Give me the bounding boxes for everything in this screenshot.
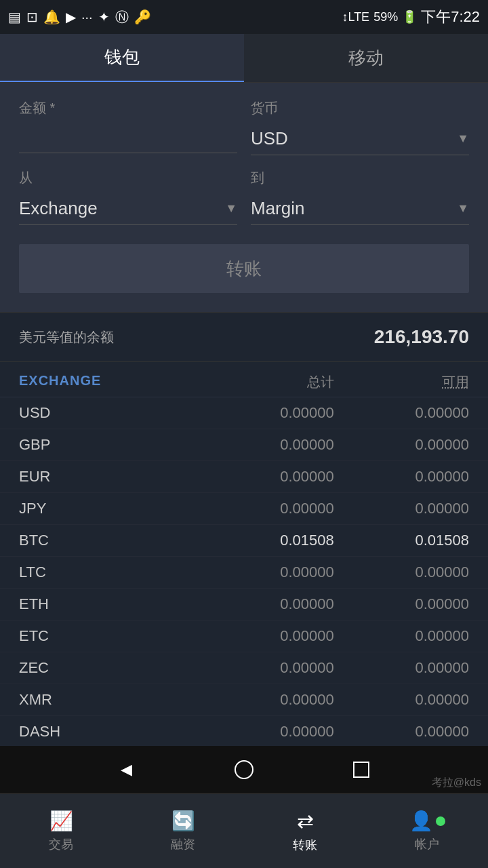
online-dot: [436, 816, 445, 826]
to-select[interactable]: Margin ▼: [251, 193, 469, 225]
status-icon-key: 🔑: [134, 9, 151, 25]
table-row: LTC0.000000.00000: [0, 557, 488, 589]
status-icon-2: ⊡: [26, 9, 38, 25]
table-row: BTC0.015080.01508: [0, 525, 488, 557]
status-right: ↕LTE 59% 🔋 下午7:22: [342, 7, 480, 27]
available-value: 0.00000: [334, 404, 469, 422]
system-nav-bar: ◀: [0, 746, 488, 793]
currency-name: ETH: [19, 595, 199, 613]
tab-move[interactable]: 移动: [244, 34, 488, 82]
total-value: 0.00000: [199, 723, 334, 741]
table-row: GBP0.000000.00000: [0, 429, 488, 461]
transfer-icon: ⇄: [297, 809, 314, 833]
currency-name: LTC: [19, 564, 199, 581]
status-icon-send: ▶: [66, 9, 76, 25]
table-row: ETC0.000000.00000: [0, 620, 488, 652]
status-left: ▤ ⊡ 🔔 ▶ ··· ✦ Ⓝ 🔑: [8, 8, 151, 26]
tab-wallet[interactable]: 钱包: [0, 34, 244, 82]
amount-input[interactable]: [19, 123, 237, 153]
currency-name: XMR: [19, 691, 199, 709]
currency-label: 货币: [251, 99, 469, 117]
available-value: 0.00000: [334, 723, 469, 741]
table-row: EUR0.000000.00000: [0, 461, 488, 493]
battery-level: 59%: [373, 10, 398, 24]
currency-value: USD: [251, 128, 457, 149]
table-row: JPY0.000000.00000: [0, 493, 488, 525]
header-available: 可用: [334, 373, 469, 391]
total-value: 0.00000: [199, 691, 334, 709]
total-value: 0.00000: [199, 564, 334, 581]
nav-trade[interactable]: 📈 交易: [0, 794, 122, 868]
time-display: 下午7:22: [421, 7, 480, 27]
currency-name: JPY: [19, 500, 199, 517]
available-value: 0.00000: [334, 564, 469, 581]
tab-bar: 钱包 移动: [0, 34, 488, 83]
from-select[interactable]: Exchange ▼: [19, 193, 237, 225]
nav-transfer-label: 转账: [293, 837, 317, 853]
available-value: 0.00000: [334, 595, 469, 613]
nav-transfer[interactable]: ⇄ 转账: [244, 794, 366, 868]
to-arrow-icon: ▼: [457, 201, 469, 216]
watermark: 考拉@kds: [432, 776, 481, 790]
nav-finance[interactable]: 🔄 融资: [122, 794, 244, 868]
currency-select[interactable]: USD ▼: [251, 123, 469, 155]
balance-section: 美元等值的余额 216,193.70: [0, 312, 488, 362]
amount-currency-row: 金额 * 货币 USD ▼: [19, 99, 469, 155]
currency-name: ZEC: [19, 659, 199, 677]
transfer-button[interactable]: 转账: [19, 244, 469, 293]
total-value: 0.00000: [199, 404, 334, 422]
table-row: DASH0.000000.00000: [0, 716, 488, 748]
form-section: 金额 * 货币 USD ▼ 从 Exchange ▼ 到 Margin ▼: [0, 83, 488, 312]
account-icon-row: 👤: [409, 810, 445, 832]
available-value: 0.00000: [334, 436, 469, 454]
header-total: 总计: [199, 373, 334, 391]
currency-arrow-icon: ▼: [457, 132, 469, 146]
finance-icon: 🔄: [171, 810, 195, 832]
trade-icon: 📈: [49, 810, 73, 832]
to-label: 到: [251, 169, 469, 187]
to-group: 到 Margin ▼: [251, 169, 469, 225]
nav-trade-label: 交易: [49, 836, 73, 852]
available-value: 0.00000: [334, 468, 469, 486]
from-group: 从 Exchange ▼: [19, 169, 237, 225]
from-value: Exchange: [19, 198, 225, 219]
available-value: 0.00000: [334, 500, 469, 517]
status-icon-dots: ···: [81, 9, 93, 25]
total-value: 0.00000: [199, 659, 334, 677]
recents-button[interactable]: [348, 756, 375, 783]
currency-group: 货币 USD ▼: [251, 99, 469, 155]
amount-label: 金额 *: [19, 99, 237, 117]
nav-account-label: 帐户: [415, 836, 439, 852]
status-icon-nfc: Ⓝ: [115, 8, 129, 26]
total-value: 0.00000: [199, 436, 334, 454]
exchange-rows: USD0.000000.00000GBP0.000000.00000EUR0.0…: [0, 397, 488, 780]
back-button[interactable]: ◀: [113, 756, 140, 783]
nav-finance-label: 融资: [171, 836, 195, 852]
balance-label: 美元等值的余额: [19, 328, 114, 347]
to-value: Margin: [251, 198, 457, 219]
total-value: 0.00000: [199, 595, 334, 613]
table-row: XMR0.000000.00000: [0, 684, 488, 716]
currency-name: USD: [19, 404, 199, 422]
status-icon-bell: 🔔: [43, 9, 60, 25]
total-value: 0.00000: [199, 468, 334, 486]
currency-name: GBP: [19, 436, 199, 454]
total-value: 0.01508: [199, 532, 334, 549]
bottom-nav: 📈 交易 🔄 融资 ⇄ 转账 👤 帐户: [0, 793, 488, 868]
available-value: 0.00000: [334, 691, 469, 709]
home-button[interactable]: [230, 756, 258, 783]
table-row: USD0.000000.00000: [0, 397, 488, 429]
currency-name: EUR: [19, 468, 199, 486]
currency-name: DASH: [19, 723, 199, 741]
signal-icon: ↕LTE: [342, 10, 369, 24]
amount-group: 金额 *: [19, 99, 237, 155]
total-value: 0.00000: [199, 627, 334, 645]
from-to-row: 从 Exchange ▼ 到 Margin ▼: [19, 169, 469, 225]
currency-name: ETC: [19, 627, 199, 645]
from-arrow-icon: ▼: [225, 201, 237, 216]
available-value: 0.00000: [334, 627, 469, 645]
exchange-section: EXCHANGE 总计 可用 USD0.000000.00000GBP0.000…: [0, 362, 488, 793]
table-row: ZEC0.000000.00000: [0, 652, 488, 684]
account-icon: 👤: [409, 810, 433, 832]
nav-account[interactable]: 👤 帐户: [366, 794, 488, 868]
